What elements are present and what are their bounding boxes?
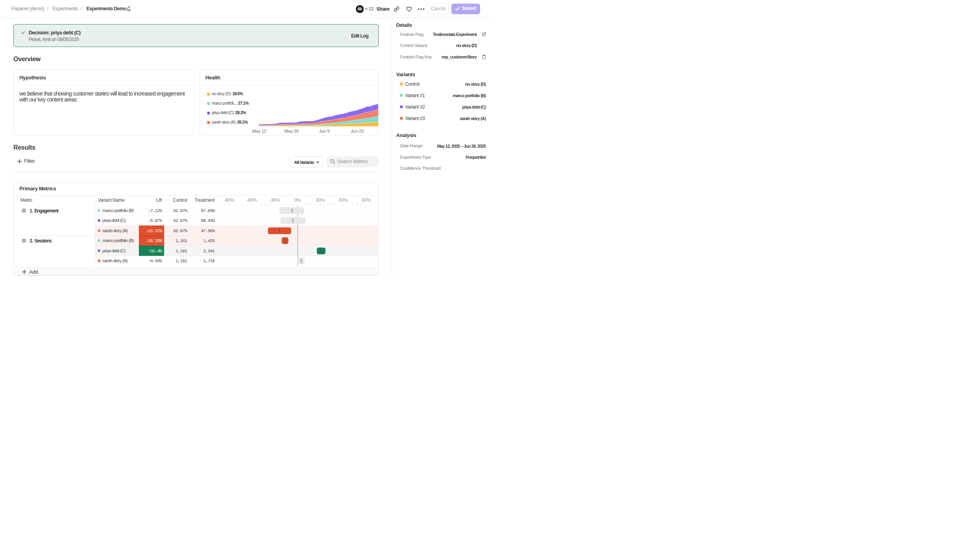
svg-text:Jun 23: Jun 23 <box>350 129 363 133</box>
svg-text:May 12: May 12 <box>252 129 266 133</box>
svg-text:Jun 9: Jun 9 <box>319 129 329 133</box>
svg-text:May 26: May 26 <box>284 129 299 133</box>
